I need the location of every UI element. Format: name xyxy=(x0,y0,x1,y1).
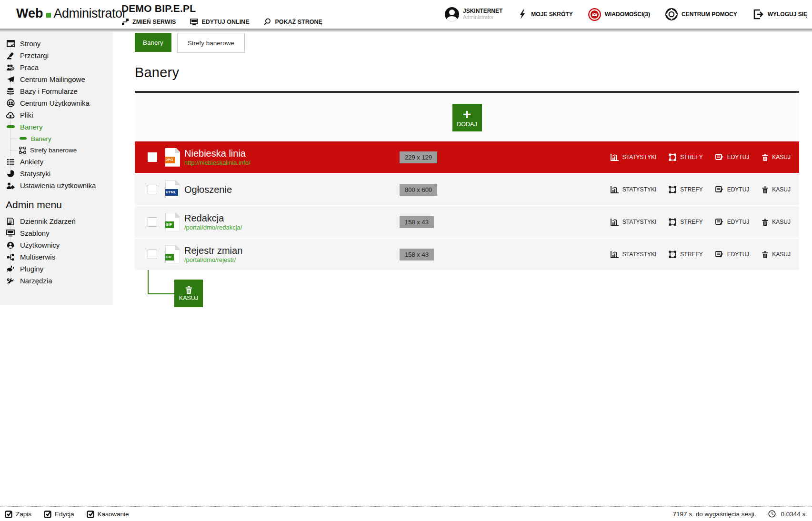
edit-button[interactable]: EDYTUJ xyxy=(715,250,750,259)
zones-button[interactable]: STREFY xyxy=(669,186,702,194)
delete-button[interactable]: KASUJ xyxy=(762,186,791,194)
bulk-delete-label: KASUJ xyxy=(179,295,198,301)
user-menu[interactable]: JSKINTERNET Administrator xyxy=(445,7,502,21)
row-checkbox[interactable] xyxy=(148,185,157,194)
sidebar-item-narzedzia[interactable]: Narzędzia xyxy=(0,275,113,287)
trash-icon xyxy=(762,218,769,226)
sidebar-item-multiserwis[interactable]: Multiserwis xyxy=(0,251,113,263)
sidebar-item-szablony[interactable]: Szablony xyxy=(0,227,113,239)
logout-button[interactable]: WYLOGUJ SIĘ xyxy=(752,9,807,20)
delete-button[interactable]: KASUJ xyxy=(762,218,791,226)
show-page-label: POKAŻ STRONĘ xyxy=(275,19,322,25)
delete-button[interactable]: KASUJ xyxy=(762,153,791,161)
edit-icon xyxy=(715,250,724,259)
row-checkbox[interactable] xyxy=(148,250,157,259)
trash-icon xyxy=(185,285,193,294)
plugin-icon xyxy=(6,265,15,273)
footer-kasowanie-toggle[interactable]: Kasowanie xyxy=(87,510,129,518)
footer-edycja-toggle[interactable]: Edycja xyxy=(44,510,74,518)
edit-online-button[interactable]: EDYTUJ ONLINE xyxy=(190,18,249,26)
banner-size-badge: 800 x 600 xyxy=(400,184,437,196)
add-button[interactable]: + DODAJ xyxy=(452,104,482,131)
footer-zapis-toggle[interactable]: Zapis xyxy=(5,510,31,518)
user-avatar xyxy=(445,7,459,21)
row-checkbox[interactable] xyxy=(148,152,157,162)
sidebar-item-bazy-i-formularze[interactable]: Bazy i Formularze xyxy=(0,85,113,97)
zones-button[interactable]: STREFY xyxy=(669,153,702,161)
banner-title: Rejestr zmian xyxy=(184,245,400,256)
zones-frame-icon xyxy=(669,250,677,259)
statistics-button[interactable]: STATYSTYKI xyxy=(610,153,657,161)
session-countdown: 7197 s. do wygaśnięcia sesji. xyxy=(673,511,756,518)
help-center-button[interactable]: CENTRUM POMOCY xyxy=(665,8,737,20)
zones-button[interactable]: STREFY xyxy=(669,250,702,259)
logout-label: WYLOGUJ SIĘ xyxy=(768,11,807,18)
log-file-icon xyxy=(6,218,15,225)
logo-web-text: Web xyxy=(16,6,43,21)
banner-url[interactable]: /portal/dmo/rejestr/ xyxy=(184,256,400,264)
banner-size-badge: 229 x 129 xyxy=(400,151,437,163)
show-page-button[interactable]: POKAŻ STRONĘ xyxy=(263,18,322,26)
sidebar-item-label: Strony xyxy=(20,40,40,48)
sidebar-subitem-strefy-banerowe[interactable]: Strefy banerowe xyxy=(0,144,113,156)
zones-frame-icon xyxy=(669,153,677,161)
checkbox-checked-icon xyxy=(44,510,52,518)
users-circle-icon xyxy=(6,99,15,107)
file-html-icon: HTML xyxy=(165,180,180,199)
sidebar-subitem-label: Strefy banerowe xyxy=(30,147,77,154)
connector-line-horizontal xyxy=(148,293,174,294)
tab-strefy-banerowe[interactable]: Strefy banerowe xyxy=(177,33,245,53)
sidebar-item-label: Pliki xyxy=(20,111,33,119)
sidebar-item-ankiety[interactable]: Ankiety xyxy=(0,156,113,168)
sidebar-item-pliki[interactable]: Pliki xyxy=(0,109,113,121)
sidebar-item-ustawienia-uzytkownika[interactable]: Ustawienia użytkownika xyxy=(0,180,113,191)
connector-line-vertical xyxy=(148,270,149,293)
sidebar-item-strony[interactable]: Strony xyxy=(0,38,113,50)
banner-url[interactable]: http://niebieskalinia.info/ xyxy=(184,159,400,167)
edit-button[interactable]: EDYTUJ xyxy=(715,153,750,161)
banner-row: HTML Ogłoszenie 800 x 600 STATYSTYKI STR… xyxy=(135,174,799,205)
file-gif-icon: GIF xyxy=(165,245,180,264)
cloud-icon xyxy=(6,112,15,119)
change-service-button[interactable]: ZMIEŃ SERWIS xyxy=(121,18,176,26)
gavel-icon xyxy=(6,52,15,60)
sidebar-item-uzytkownicy[interactable]: Użytkownicy xyxy=(0,239,113,251)
delete-label: KASUJ xyxy=(772,154,791,160)
sidebar-item-centrum-uzytkownika[interactable]: Centrum Użytkownika xyxy=(0,97,113,109)
sidebar-item-label: Statystyki xyxy=(20,170,50,178)
sidebar-item-przetargi[interactable]: Przetargi xyxy=(0,50,113,61)
sidebar-item-pluginy[interactable]: Pluginy xyxy=(0,263,113,275)
statistics-icon xyxy=(610,250,619,259)
sidebar-item-praca[interactable]: Praca xyxy=(0,61,113,73)
edit-button[interactable]: EDYTUJ xyxy=(715,218,750,226)
zones-label: STREFY xyxy=(680,186,702,193)
my-shortcuts-button[interactable]: MOJE SKRÓTY xyxy=(518,9,572,20)
zones-frame-icon xyxy=(669,218,677,226)
delete-button[interactable]: KASUJ xyxy=(762,250,791,259)
sidebar-item-label: Szablony xyxy=(20,229,50,237)
tab-banery[interactable]: Banery xyxy=(135,33,171,52)
edit-icon xyxy=(715,186,724,194)
survey-list-icon xyxy=(6,159,15,165)
sidebar-item-label: Banery xyxy=(20,123,43,131)
statistics-button[interactable]: STATYSTYKI xyxy=(610,218,657,226)
template-monitor-icon xyxy=(6,230,15,237)
sidebar-item-label: Pluginy xyxy=(20,265,43,273)
edit-button[interactable]: EDYTUJ xyxy=(715,186,750,194)
messages-button[interactable]: WIADOMOŚCI(3) xyxy=(588,8,650,21)
sidebar-item-banery[interactable]: Banery xyxy=(0,121,113,133)
row-checkbox[interactable] xyxy=(148,217,157,227)
zones-button[interactable]: STREFY xyxy=(669,218,702,226)
app-logo: Web Administrator xyxy=(16,6,126,21)
sidebar-item-statystyki[interactable]: Statystyki xyxy=(0,168,113,180)
zones-label: STREFY xyxy=(680,154,702,160)
title-rule xyxy=(135,91,799,93)
statistics-button[interactable]: STATYSTYKI xyxy=(610,186,657,194)
render-time: 0.0344 s. xyxy=(781,511,807,518)
sidebar-item-centrum-mailingowe[interactable]: Centrum Mailingowe xyxy=(0,73,113,85)
banner-url[interactable]: /portal/dmo/redakcja/ xyxy=(184,224,400,231)
sidebar-subitem-banery[interactable]: Banery xyxy=(0,133,113,144)
bulk-delete-button[interactable]: KASUJ xyxy=(174,280,203,307)
sidebar-item-dziennik-zdarzen[interactable]: Dziennik Zdarzeń xyxy=(0,215,113,227)
statistics-button[interactable]: STATYSTYKI xyxy=(610,250,657,259)
